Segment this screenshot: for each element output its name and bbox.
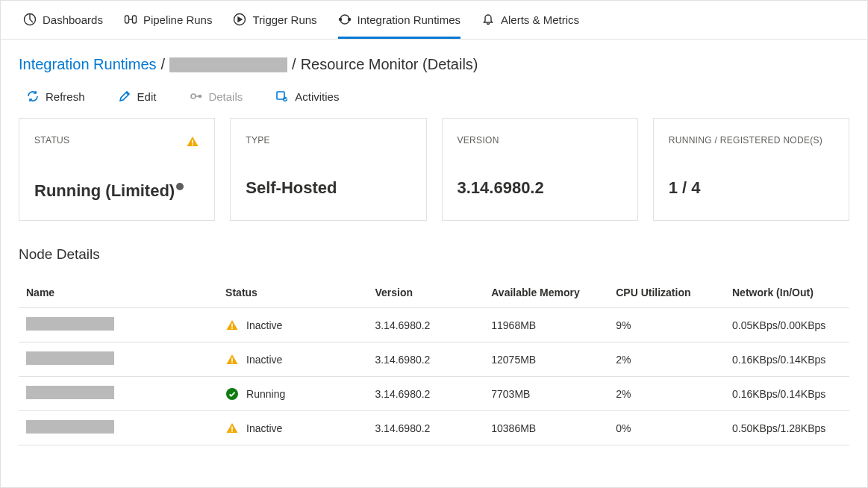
node-status: Inactive xyxy=(246,422,282,434)
card-value: Running (Limited) xyxy=(34,181,175,200)
node-cpu: 0% xyxy=(608,411,725,445)
th-status[interactable]: Status xyxy=(218,278,367,308)
top-tabs: Dashboards Pipeline Runs Trigger Runs In… xyxy=(1,1,867,40)
tab-label: Integration Runtimes xyxy=(357,13,460,26)
node-memory: 7703MB xyxy=(484,377,608,411)
svg-rect-11 xyxy=(192,144,193,146)
details-icon xyxy=(189,90,202,103)
section-heading: Node Details xyxy=(1,246,867,278)
summary-cards: STATUS Running (Limited) TYPE Self-Hoste… xyxy=(1,118,867,221)
activities-button[interactable]: Activities xyxy=(275,90,339,103)
node-name-redacted xyxy=(26,386,114,399)
table-row[interactable]: Running3.14.6980.27703MB2%0.16KBps/0.14K… xyxy=(19,377,849,411)
type-card: TYPE Self-Hosted xyxy=(230,118,426,221)
node-status: Running xyxy=(246,388,285,400)
svg-rect-10 xyxy=(192,140,193,144)
node-details-table: Name Status Version Available Memory CPU… xyxy=(19,278,849,445)
breadcrumb-sep: / xyxy=(161,56,166,73)
node-cpu: 9% xyxy=(608,308,725,342)
svg-rect-17 xyxy=(231,426,233,430)
th-cpu[interactable]: CPU Utilization xyxy=(608,278,725,308)
tab-pipeline-runs[interactable]: Pipeline Runs xyxy=(124,1,213,39)
runtime-icon xyxy=(338,13,352,26)
svg-point-5 xyxy=(348,19,350,21)
tab-label: Trigger Runs xyxy=(252,13,316,26)
check-icon xyxy=(225,387,239,401)
warning-icon xyxy=(225,353,239,366)
warning-icon xyxy=(225,422,239,435)
tool-label: Refresh xyxy=(46,90,85,103)
svg-point-9 xyxy=(283,97,287,101)
node-version: 3.14.6980.2 xyxy=(367,308,484,342)
refresh-button[interactable]: Refresh xyxy=(26,90,85,103)
tab-integration-runtimes[interactable]: Integration Runtimes xyxy=(338,1,460,39)
pencil-icon xyxy=(118,90,131,103)
refresh-icon xyxy=(26,90,40,103)
node-memory: 10386MB xyxy=(484,411,608,445)
info-icon[interactable] xyxy=(176,183,184,190)
node-network: 0.16KBps/0.14KBps xyxy=(725,342,849,377)
table-row[interactable]: Inactive3.14.6980.212075MB2%0.16KBps/0.1… xyxy=(19,342,849,377)
breadcrumb-redacted xyxy=(169,57,287,72)
card-value: Self-Hosted xyxy=(246,178,410,198)
svg-rect-14 xyxy=(231,357,233,361)
svg-point-4 xyxy=(339,19,341,21)
svg-rect-1 xyxy=(125,16,128,23)
node-memory: 12075MB xyxy=(484,342,608,377)
card-label: RUNNING / REGISTERED NODE(S) xyxy=(669,135,822,146)
node-memory: 11968MB xyxy=(484,308,608,342)
th-version[interactable]: Version xyxy=(367,278,484,308)
table-row[interactable]: Inactive3.14.6980.210386MB0%0.50KBps/1.2… xyxy=(19,411,849,445)
node-name-redacted xyxy=(26,351,114,365)
node-network: 0.05KBps/0.00KBps xyxy=(725,308,849,342)
version-card: VERSION 3.14.6980.2 xyxy=(442,118,638,221)
tab-trigger-runs[interactable]: Trigger Runs xyxy=(233,1,316,39)
bell-icon xyxy=(481,13,495,26)
warning-icon xyxy=(186,135,199,148)
node-name-redacted xyxy=(26,317,114,331)
warning-icon xyxy=(225,319,239,332)
svg-rect-12 xyxy=(231,323,233,327)
node-status: Inactive xyxy=(246,319,282,331)
node-version: 3.14.6980.2 xyxy=(367,342,484,377)
th-name[interactable]: Name xyxy=(19,278,218,308)
dashboard-icon xyxy=(23,13,37,26)
card-value: 1 / 4 xyxy=(669,178,834,198)
tab-dashboards[interactable]: Dashboards xyxy=(23,1,103,39)
tab-label: Dashboards xyxy=(43,13,103,26)
card-label: STATUS xyxy=(34,135,69,146)
svg-rect-15 xyxy=(231,362,233,363)
breadcrumb-root[interactable]: Integration Runtimes xyxy=(19,56,157,73)
tab-alerts-metrics[interactable]: Alerts & Metrics xyxy=(481,1,579,39)
svg-rect-18 xyxy=(231,431,233,432)
pipeline-icon xyxy=(124,13,137,26)
svg-rect-2 xyxy=(132,16,136,23)
activities-icon xyxy=(275,90,289,103)
breadcrumb-leaf: Resource Monitor (Details) xyxy=(301,56,478,73)
tab-label: Pipeline Runs xyxy=(143,13,213,26)
tool-label: Details xyxy=(208,90,243,103)
th-network[interactable]: Network (In/Out) xyxy=(725,278,849,308)
node-cpu: 2% xyxy=(608,377,725,411)
tool-label: Activities xyxy=(295,90,339,103)
toolbar: Refresh Edit Details Activities xyxy=(1,84,867,118)
svg-point-6 xyxy=(191,94,196,98)
nodes-card: RUNNING / REGISTERED NODE(S) 1 / 4 xyxy=(653,118,849,221)
tab-label: Alerts & Metrics xyxy=(501,13,579,26)
edit-button[interactable]: Edit xyxy=(118,90,157,103)
node-name-redacted xyxy=(26,420,114,434)
table-row[interactable]: Inactive3.14.6980.211968MB9%0.05KBps/0.0… xyxy=(19,308,849,342)
th-memory[interactable]: Available Memory xyxy=(484,278,608,308)
details-button: Details xyxy=(189,90,243,103)
svg-point-7 xyxy=(199,96,202,98)
node-network: 0.50KBps/1.28KBps xyxy=(725,411,849,445)
breadcrumb-sep: / xyxy=(292,56,296,73)
tool-label: Edit xyxy=(137,90,157,103)
status-card: STATUS Running (Limited) xyxy=(19,118,215,221)
svg-point-16 xyxy=(226,388,238,400)
card-value: 3.14.6980.2 xyxy=(458,178,622,198)
node-version: 3.14.6980.2 xyxy=(367,411,484,445)
breadcrumb: Integration Runtimes / / Resource Monito… xyxy=(1,40,867,84)
trigger-icon xyxy=(233,13,246,26)
card-label: TYPE xyxy=(246,135,270,146)
